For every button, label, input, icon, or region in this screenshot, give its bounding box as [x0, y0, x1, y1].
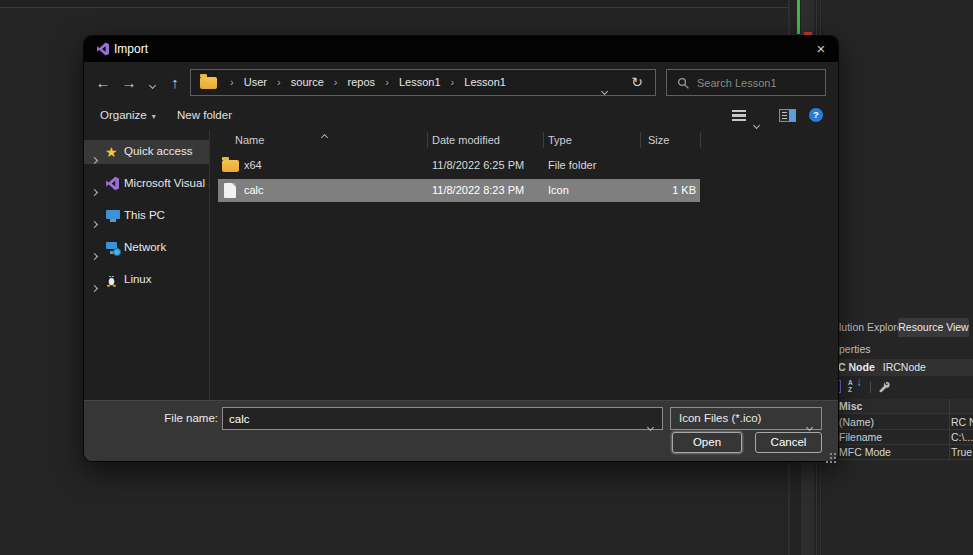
recent-locations-chevron-icon[interactable] [144, 72, 160, 94]
property-value[interactable]: RC No [951, 415, 973, 430]
up-button[interactable]: ↑ [164, 72, 186, 94]
file-type: Icon [548, 179, 569, 202]
file-type: File folder [548, 154, 596, 177]
property-category-row[interactable]: Misc [822, 399, 973, 414]
breadcrumb-separator: › [334, 70, 338, 95]
visual-studio-icon [105, 176, 121, 192]
address-dropdown-chevron-icon[interactable] [602, 80, 607, 98]
column-divider[interactable] [543, 132, 544, 148]
breadcrumb-item-repos[interactable]: repos [348, 76, 376, 88]
column-divider[interactable] [700, 132, 701, 148]
sidebar-item-network[interactable]: Network [84, 236, 209, 260]
property-row[interactable]: Filename C:\...\ [822, 430, 973, 445]
forward-button[interactable]: → [118, 72, 140, 94]
breadcrumb-separator: › [451, 70, 455, 95]
change-view-icon[interactable] [732, 110, 746, 122]
column-header-date-modified[interactable]: Date modified [432, 130, 500, 150]
search-icon [677, 76, 690, 94]
vs-properties-panel: lution Explorer Resource View perties C … [822, 318, 973, 555]
file-name-dropdown-chevron-icon[interactable] [648, 416, 653, 434]
expand-chevron-icon[interactable] [92, 149, 97, 164]
refresh-icon[interactable]: ↻ [631, 70, 643, 95]
properties-panel-title: perties [839, 343, 871, 355]
sidebar-item-microsoft-visual-studio[interactable]: Microsoft Visual Stu [84, 172, 209, 196]
cancel-button[interactable]: Cancel [755, 432, 822, 453]
folder-icon [222, 160, 239, 172]
property-grid-divider [949, 399, 950, 460]
file-icon [224, 183, 236, 198]
column-divider[interactable] [640, 132, 641, 148]
view-dropdown-chevron-icon[interactable] [754, 114, 759, 132]
toolbar-separator [870, 381, 871, 393]
preview-pane-icon[interactable] [779, 109, 796, 122]
property-row[interactable]: (Name) RC No [822, 415, 973, 430]
vs-change-indicator-green [797, 0, 800, 34]
search-input[interactable] [697, 71, 821, 94]
dialog-title: Import [114, 42, 148, 56]
file-name-label: File name: [114, 412, 218, 424]
file-name: calc [244, 179, 264, 202]
file-name: x64 [244, 154, 262, 177]
property-name: MFC Mode [839, 446, 891, 458]
property-name: Misc [839, 400, 862, 412]
file-type-filter-dropdown[interactable]: Icon Files (*.ico) [670, 407, 822, 430]
organize-caret-icon: ▾ [152, 112, 156, 121]
breadcrumb-item-lesson1-2[interactable]: Lesson1 [464, 76, 506, 88]
expand-chevron-icon[interactable] [92, 213, 97, 228]
breadcrumb-separator: › [230, 70, 234, 95]
filter-value: Icon Files (*.ico) [679, 412, 761, 424]
properties-toolbar: AZ↓ [822, 378, 973, 397]
column-divider[interactable] [427, 132, 428, 148]
star-icon: ★ [105, 144, 121, 160]
dialog-titlebar[interactable]: Import × [84, 36, 838, 62]
breadcrumb-separator: › [277, 70, 281, 95]
file-name-input[interactable] [229, 409, 639, 428]
expand-chevron-icon[interactable] [92, 277, 97, 292]
breadcrumb-item-source[interactable]: source [291, 76, 324, 88]
node-value: IRCNode [883, 361, 926, 373]
new-folder-button[interactable]: New folder [177, 109, 232, 121]
resize-grip[interactable] [830, 453, 832, 455]
property-row[interactable]: MFC Mode True [822, 445, 973, 460]
address-bar[interactable]: › User › source › repos › Lesson1 › Less… [190, 69, 656, 96]
file-size: 1 KB [648, 179, 696, 202]
property-value[interactable]: True [951, 445, 972, 460]
organize-button[interactable]: Organize▾ [100, 109, 156, 121]
file-row-calc-selected[interactable]: calc 11/8/2022 8:23 PM Icon 1 KB [210, 179, 822, 202]
sidebar-item-this-pc[interactable]: This PC [84, 204, 209, 228]
back-button[interactable]: ← [92, 72, 114, 94]
column-header-name[interactable]: Name [235, 130, 264, 150]
sidebar-item-quick-access[interactable]: ★ Quick access [84, 140, 209, 164]
navigation-sidebar: ★ Quick access Microsoft Visual Stu This… [84, 130, 209, 400]
breadcrumb-item-user[interactable]: User [244, 76, 267, 88]
file-date: 11/8/2022 6:25 PM [432, 154, 524, 177]
file-row-x64[interactable]: x64 11/8/2022 6:25 PM File folder [210, 154, 822, 177]
network-icon [105, 240, 121, 256]
tab-resource-view[interactable]: Resource View [898, 318, 969, 337]
wrench-icon[interactable] [877, 380, 890, 395]
sidebar-item-linux[interactable]: Linux [84, 268, 209, 292]
column-header-size[interactable]: Size [648, 130, 669, 150]
file-name-combobox[interactable] [222, 407, 663, 430]
folder-icon [200, 77, 217, 89]
column-header-type[interactable]: Type [548, 130, 572, 150]
sort-ascending-icon [322, 126, 327, 144]
search-box[interactable] [666, 69, 826, 96]
help-icon[interactable]: ? [809, 108, 823, 122]
property-name: (Name) [839, 416, 874, 428]
expand-chevron-icon[interactable] [92, 181, 97, 196]
breadcrumb: › User › source › repos › Lesson1 › Less… [223, 70, 506, 95]
open-button[interactable]: Open [672, 432, 742, 453]
sort-alphabetical-icon[interactable]: AZ↓ [848, 379, 864, 395]
close-icon[interactable]: × [810, 39, 832, 59]
tab-solution-explorer[interactable]: lution Explorer [839, 321, 906, 333]
breadcrumb-separator: › [385, 70, 389, 95]
vs-change-indicator-red [804, 32, 812, 35]
file-date: 11/8/2022 8:23 PM [432, 179, 524, 202]
selected-node-header: C NodeIRCNode [822, 359, 973, 376]
breadcrumb-item-lesson1[interactable]: Lesson1 [399, 76, 441, 88]
import-dialog: Import × ← → ↑ › User › source › repos ›… [84, 36, 838, 461]
expand-chevron-icon[interactable] [92, 245, 97, 260]
property-value[interactable]: C:\...\ [951, 430, 973, 445]
property-name: Filename [839, 431, 882, 443]
